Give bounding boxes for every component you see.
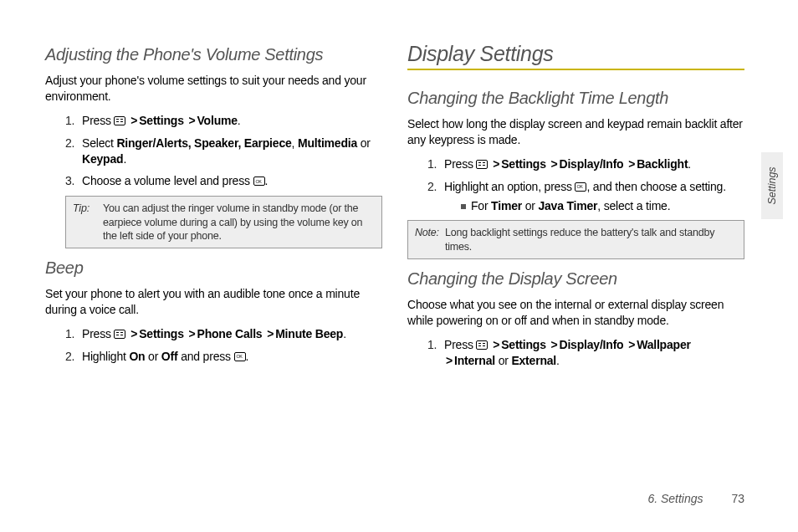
path-bold: Ringer/Alerts, Speaker, Earpiece — [116, 136, 291, 150]
text: or — [522, 199, 538, 212]
path-bold: Settings — [501, 157, 546, 171]
menu-key-icon — [114, 116, 125, 125]
steps-beep: Press >Settings >Phone Calls >Minute Bee… — [65, 326, 382, 365]
text: and press — [177, 350, 233, 363]
step-item: Select Ringer/Alerts, Speaker, Earpiece,… — [65, 136, 382, 167]
text: . — [556, 354, 560, 367]
subheading-beep: Beep — [45, 258, 382, 278]
path-bold: Minute Beep — [275, 327, 343, 340]
path-bold: Phone Calls — [197, 327, 263, 340]
path-bold: Off — [161, 350, 178, 363]
text: Highlight — [82, 350, 129, 363]
step-item: Press >Settings >Volume. — [65, 113, 382, 129]
ok-key-icon — [253, 176, 265, 186]
text: Press — [444, 338, 476, 351]
path-bold: Internal — [454, 354, 495, 367]
side-tab: Settings — [761, 152, 783, 219]
text: or — [357, 136, 371, 150]
text: Choose a volume level and press — [82, 174, 253, 187]
tip-label: Tip: — [73, 202, 103, 243]
menu-key-icon — [476, 160, 488, 169]
text: , select a time. — [597, 199, 670, 212]
text: . — [246, 350, 249, 363]
tip-body: You can adjust the ringer volume in stan… — [103, 202, 375, 243]
text: . — [343, 327, 346, 340]
side-tab-label: Settings — [766, 166, 778, 204]
path-bold: Volume — [197, 114, 238, 127]
gt-icon: > — [491, 338, 501, 351]
para-beep: Set your phone to alert you with an audi… — [45, 286, 382, 318]
steps-backlight: Press >Settings >Display/Info >Backlight… — [427, 156, 744, 214]
path-bold: Settings — [139, 114, 184, 127]
text: or — [145, 350, 161, 363]
para-volume: Adjust your phone's volume settings to s… — [45, 73, 382, 105]
main-heading-display: Display Settings — [407, 42, 744, 70]
path-bold: Timer — [491, 199, 522, 212]
text: , and then choose a setting. — [586, 180, 725, 193]
text: Select — [82, 136, 116, 150]
menu-key-icon — [114, 330, 125, 339]
text: . — [688, 157, 691, 171]
note-box: Note: Long backlight settings reduce the… — [407, 220, 744, 259]
path-bold: Multimedia — [298, 136, 357, 150]
path-bold: External — [511, 354, 556, 367]
step-item: Press >Settings >Phone Calls >Minute Bee… — [65, 326, 382, 342]
path-bold: Settings — [139, 327, 184, 340]
step-item: Highlight On or Off and press . — [65, 349, 382, 365]
note-body: Long backlight settings reduce the batte… — [445, 226, 737, 253]
gt-icon: > — [187, 327, 197, 340]
subheading-volume: Adjusting the Phone's Volume Settings — [45, 45, 382, 64]
footer-chapter: 6. Settings — [647, 492, 703, 505]
tip-box: Tip: You can adjust the ringer volume in… — [65, 196, 382, 248]
gt-icon: > — [129, 114, 139, 127]
menu-key-icon — [476, 340, 488, 350]
square-bullet-icon — [461, 204, 466, 209]
step-item: Highlight an option, press , and then ch… — [427, 179, 744, 214]
steps-display-screen: Press >Settings >Display/Info >Wallpaper… — [427, 337, 744, 369]
steps-volume: Press >Settings >Volume. Select Ringer/A… — [65, 113, 382, 190]
step-item: Press >Settings >Display/Info >Backlight… — [427, 156, 744, 172]
left-column: Adjusting the Phone's Volume Settings Ad… — [45, 42, 382, 376]
gt-icon: > — [550, 338, 560, 351]
para-display-screen: Choose what you see on the internal or e… — [407, 297, 744, 329]
step-item: Press >Settings >Display/Info >Wallpaper… — [427, 337, 744, 369]
gt-icon: > — [187, 114, 197, 127]
path-bold: Display/Info — [560, 157, 624, 171]
note-label: Note: — [415, 226, 445, 253]
text: . — [123, 152, 126, 166]
gt-icon: > — [129, 327, 139, 340]
gt-icon: > — [627, 157, 637, 171]
sub-bullet: For Timer or Java Timer, select a time. — [461, 198, 744, 214]
path-bold: Backlight — [637, 157, 688, 171]
path-bold: Display/Info — [560, 338, 624, 351]
page-footer: 6. Settings 73 — [647, 492, 744, 505]
gt-icon: > — [627, 338, 637, 351]
gt-icon: > — [265, 327, 275, 340]
text: Press — [82, 327, 114, 340]
footer-page: 73 — [731, 492, 744, 505]
subheading-display-screen: Changing the Display Screen — [407, 269, 744, 289]
gt-icon: > — [444, 354, 454, 367]
text: Press — [444, 157, 476, 171]
path-bold: Keypad — [82, 152, 123, 166]
text: Highlight an option, press — [444, 180, 575, 193]
gt-icon: > — [491, 157, 501, 171]
ok-key-icon — [234, 352, 246, 361]
gt-icon: > — [550, 157, 560, 171]
text: For — [471, 199, 491, 212]
step-item: Choose a volume level and press . — [65, 173, 382, 189]
ok-key-icon — [575, 182, 586, 192]
subheading-backlight: Changing the Backlight Time Length — [407, 89, 744, 108]
text: Press — [82, 114, 114, 127]
para-backlight: Select how long the display screen and k… — [407, 116, 744, 148]
text: . — [265, 174, 269, 187]
page-columns: Adjusting the Phone's Volume Settings Ad… — [45, 42, 744, 376]
text: . — [238, 114, 241, 127]
path-bold: On — [129, 350, 145, 363]
text: , — [292, 136, 298, 150]
path-bold: Wallpaper — [637, 338, 691, 351]
right-column: Display Settings Changing the Backlight … — [407, 42, 744, 376]
path-bold: Java Timer — [538, 199, 597, 212]
text: or — [495, 354, 511, 367]
path-bold: Settings — [501, 338, 546, 351]
